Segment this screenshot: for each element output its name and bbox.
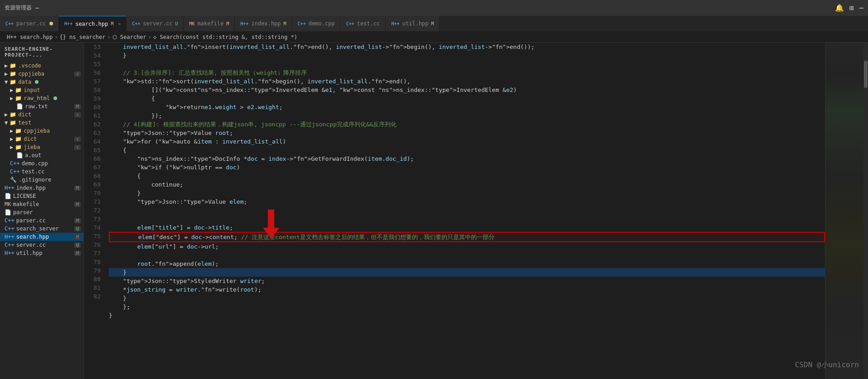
code-text-77: } (109, 268, 126, 277)
tab-modified-badge (49, 22, 53, 25)
breadcrumb-namespace[interactable]: {} ns_searcher (59, 34, 105, 40)
sidebar-item-makefile[interactable]: MKmakefileM (0, 200, 83, 208)
code-text-79: *json_string = writer."fn">write (109, 285, 237, 294)
title-bar: 资源管理器 ⋯ 🔔 ⊞ ⋯ (0, 0, 868, 16)
sidebar-item-parser-cc[interactable]: C++parser.ccM (0, 216, 83, 225)
code-text-61: }); (109, 111, 162, 120)
tab-search-hpp[interactable]: H++ search.hpp M ✕ (59, 16, 126, 31)
tab-test-cc[interactable]: C++ test.cc (340, 16, 386, 31)
sidebar-item-cppjieba2[interactable]: ▶📁cppjieba (0, 127, 83, 135)
minimap (825, 43, 863, 379)
sidebar-item-demo-cpp[interactable]: C++demo.cpp (0, 159, 83, 168)
vertical-scrollbar[interactable] (863, 43, 868, 379)
code-line-53: inverted_list_all."fn">insert(inverted_l… (109, 43, 825, 51)
sidebar-item-raw-txt[interactable]: 📄raw.txtM (0, 102, 83, 110)
sidebar-item-test-cc[interactable]: C++test.cc (0, 168, 83, 176)
arrow-head (263, 228, 279, 239)
tab-label-parser-cc: parser.cc (16, 20, 46, 27)
tab-makefile[interactable]: MK makefile M (184, 16, 235, 31)
code-line-54: } (109, 51, 825, 60)
tab-util-hpp[interactable]: H++ util.hpp M (386, 16, 440, 31)
breadcrumb: H++ search.hpp › {} ns_searcher › ⬡ Sear… (0, 32, 868, 43)
breadcrumb-class[interactable]: ⬡ Searcher (112, 34, 146, 40)
annotation-arrow (263, 210, 279, 239)
code-line-78: "type">Json::"type">StyledWriter writer; (109, 277, 825, 285)
sidebar-item-cppjieba[interactable]: ▶📁cppjieba↑ (0, 70, 83, 78)
code-text-74: elem["url"] = doc->url; (109, 242, 219, 251)
more-options-icon[interactable]: ⋯ (859, 4, 863, 12)
sidebar-item-jieba[interactable]: ▶📁jieba↑ (0, 143, 83, 151)
sidebar-item-vscode[interactable]: ▶📁.vscode (0, 62, 83, 70)
code-text-71: "type">Json (109, 197, 176, 206)
code-text-78: "type">Json (109, 277, 162, 285)
code-text-65: { (109, 146, 126, 154)
code-text-58: []("kw">const (109, 86, 198, 94)
sidebar-item-aout[interactable]: 📄a.out (0, 151, 83, 159)
code-line-75 (109, 251, 825, 259)
code-text-60: "kw">return (109, 103, 204, 111)
sidebar-item-search-hpp[interactable]: H++search.hppM (0, 233, 83, 241)
code-line-55 (109, 60, 825, 68)
code-text-69: continue; (109, 180, 183, 189)
code-line-58: []("kw">const "ns">ns_index::"type">Inve… (109, 86, 825, 94)
tab-parser-cc[interactable]: C++ parser.cc (0, 16, 59, 31)
code-line-70: } (109, 189, 825, 197)
code-text-76: root."fn">append (109, 259, 194, 268)
sidebar-item-input[interactable]: ▶📁input (0, 86, 83, 94)
code-text-72: elem["title"] = doc->title; (109, 223, 233, 232)
sidebar-item-gitignore[interactable]: 🔧.gitignore (0, 176, 83, 184)
code-line-61: }); (109, 111, 825, 120)
sidebar-item-data[interactable]: ▼📁data (0, 78, 83, 86)
sidebar-item-search-server[interactable]: C++search_serverU (0, 225, 83, 233)
code-text-56: // 3.[合并排序]: 汇总查找结果, 按照相关性（weight）降序排序 (109, 68, 307, 77)
breadcrumb-file[interactable]: H++ search.hpp (7, 34, 53, 40)
tab-server-cc[interactable]: C++ server.cc U (126, 16, 184, 31)
code-text-68: { (109, 172, 141, 180)
sidebar-item-index-hpp[interactable]: H++index.hppM (0, 184, 83, 192)
breadcrumb-method[interactable]: ◇ Search(const std::string &, std::strin… (153, 34, 297, 40)
notification-icon[interactable]: 🔔 (835, 4, 844, 12)
code-text-80: } (109, 294, 126, 302)
code-line-74: elem["url"] = doc->url; (109, 242, 825, 251)
title-more-icon[interactable]: ⋯ (35, 5, 39, 11)
sidebar-item-license[interactable]: 📄LICENSE (0, 192, 83, 200)
tab-label-server-cc: server.cc (143, 20, 173, 27)
code-editor: 5354555657585960616263646566676869707172… (84, 43, 868, 379)
code-text-67: "kw">if (109, 163, 162, 172)
code-line-72: elem["title"] = doc->title; (109, 223, 825, 232)
sidebar-item-server-cc[interactable]: C++server.ccU (0, 241, 83, 249)
code-line-57: "kw">std::"fn">sort(inverted_list_all."f… (109, 77, 825, 86)
sidebar-item-dict2[interactable]: ▶📁dict↑ (0, 135, 83, 143)
sidebar-item-test[interactable]: ▼📁test (0, 119, 83, 127)
arrow-shaft (268, 210, 274, 228)
code-line-81: }; (109, 302, 825, 311)
scrollbar-thumb[interactable] (864, 61, 868, 88)
code-content[interactable]: inverted_list_all."fn">insert(inverted_l… (104, 43, 825, 379)
layout-icon[interactable]: ⊞ (849, 4, 854, 12)
code-line-63: "type">Json::"type">Value root; (109, 129, 825, 137)
code-text-57: "kw">std (109, 77, 151, 86)
sidebar-item-parser[interactable]: 📄parser (0, 208, 83, 216)
sidebar-item-dict[interactable]: ▶📁dict↑ (0, 110, 83, 119)
code-text-73: elem["desc"] = doc->content; // 注意这里cont… (110, 233, 495, 241)
code-line-67: "kw">if ("kw">nullptr == doc) (109, 163, 825, 172)
tab-label-test-cc: test.cc (357, 20, 380, 27)
code-line-79: *json_string = writer."fn">write(root); (109, 285, 825, 294)
tab-label-search-hpp: search.hpp (75, 21, 108, 27)
code-line-59: { (109, 94, 825, 103)
sidebar-item-util-hpp[interactable]: H++util.hppM (0, 249, 83, 257)
code-text-62: // 4[构建]: 根据查找出来的结果，构建json串, jsoncpp ---… (109, 120, 397, 129)
tab-bar: C++ parser.cc H++ search.hpp M ✕ C++ ser… (0, 16, 868, 32)
minimap-content (825, 43, 863, 379)
tab-close-search-hpp[interactable]: ✕ (118, 21, 121, 26)
tab-demo-cpp[interactable]: C++ demo.cpp (292, 16, 341, 31)
sidebar-item-raw-html[interactable]: ▶📁raw_html (0, 94, 83, 102)
tab-index-hpp[interactable]: H++ index.hpp M (235, 16, 292, 31)
code-line-68: { (109, 172, 825, 180)
code-text-59: { (109, 94, 155, 103)
sidebar-header: SEARCH-ENGINE-PROJECT-... (0, 43, 83, 62)
app-title: 资源管理器 (5, 4, 32, 12)
code-text-70: } (109, 189, 141, 197)
code-line-73: elem["desc"] = doc->content; // 注意这里cont… (109, 232, 825, 242)
main-layout: SEARCH-ENGINE-PROJECT-... ▶📁.vscode ▶📁cp… (0, 43, 868, 379)
